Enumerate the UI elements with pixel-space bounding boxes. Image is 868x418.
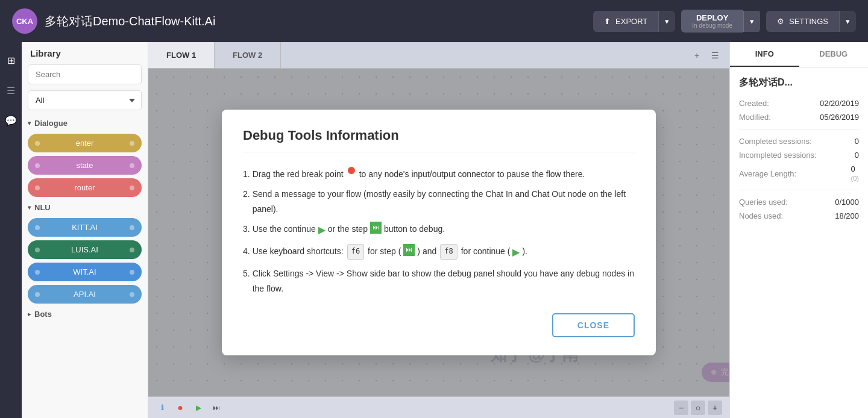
modal-steps-list: Drag the red break point to any node's i… (243, 164, 635, 299)
flow-tab-2[interactable]: FLOW 2 (215, 42, 281, 68)
icon-sidebar: ⊞ ☰ 💬 (0, 42, 22, 418)
node-kitt-dot-left (35, 225, 40, 230)
sidebar-icon-grid[interactable]: ⊞ (2, 51, 20, 69)
step-icon: ⏭ (370, 222, 382, 234)
modal-content: Drag the red break point to any node's i… (243, 164, 635, 299)
info-panel-tabs: INFO DEBUG (730, 42, 868, 67)
kbd-f8: f8 (440, 244, 457, 260)
settings-button[interactable]: ⚙ SETTINGS (766, 11, 839, 32)
node-api-dot-right (130, 292, 134, 297)
bots-chevron-icon: ▸ (28, 311, 31, 317)
nlu-chevron-icon: ▾ (28, 204, 31, 211)
info-queries-value: 0/1000 (835, 198, 859, 207)
deploy-dropdown-button[interactable]: ▾ (743, 11, 760, 32)
bots-section-header[interactable]: ▸ Bots (28, 310, 142, 319)
settings-button-group: ⚙ SETTINGS ▾ (766, 11, 856, 32)
debug-info-modal: Debug Tools Information Drag the red bre… (222, 110, 656, 356)
library-panel: Library All ▾ Dialogue enter state route… (22, 42, 148, 418)
zoom-out-button[interactable]: − (674, 401, 688, 415)
canvas-grid[interactable]: Cha ● connected ? 完成 知乎 @丁南 Debug Tools … (148, 69, 729, 396)
info-created-value: 02/20/2019 (820, 99, 859, 108)
tab-actions: + ☰ (688, 47, 729, 64)
node-kitt-label: KITT.AI (40, 223, 130, 232)
export-button[interactable]: ⬆ EXPORT (593, 11, 658, 32)
logo-area: CKA 多轮对话Demo-ChatFlow-Kitt.Ai (12, 8, 581, 34)
node-wit-dot-right (130, 270, 134, 275)
info-app-name: 多轮对话D... (739, 76, 859, 89)
nlu-section-header[interactable]: ▾ NLU (28, 203, 142, 212)
node-api-label: API.AI (40, 290, 130, 299)
info-incomplete-row: Incompleted sessions: 0 (739, 151, 859, 160)
tab-menu-button[interactable]: ☰ (706, 47, 723, 64)
node-item-state[interactable]: state (28, 156, 142, 175)
info-avglength-value: 0 (0) (851, 164, 859, 182)
export-dropdown-button[interactable]: ▾ (658, 11, 675, 32)
node-item-luis[interactable]: LUIS.AI (28, 240, 142, 259)
flow-tab-1[interactable]: FLOW 1 (148, 42, 215, 68)
filter-dropdown[interactable]: All (28, 90, 142, 110)
dialogue-section-label: Dialogue (34, 119, 68, 128)
zoom-in-button[interactable]: + (708, 401, 722, 415)
settings-dropdown-button[interactable]: ▾ (839, 11, 856, 32)
node-router-label: router (40, 183, 130, 192)
node-item-router[interactable]: router (28, 178, 142, 197)
add-tab-button[interactable]: + (688, 47, 705, 64)
info-avglength-label: Average Length: (739, 169, 796, 178)
modal-step-2: Send a message to your flow (mostly easi… (243, 184, 635, 219)
node-item-enter[interactable]: enter (28, 134, 142, 152)
info-icon[interactable]: ℹ (156, 401, 169, 414)
debug-tab[interactable]: DEBUG (799, 42, 869, 67)
info-created-label: Created: (739, 99, 769, 108)
nlu-section-label: NLU (34, 203, 51, 212)
main-layout: ⊞ ☰ 💬 Library All ▾ Dialogue enter state… (0, 42, 868, 418)
node-router-dot-left (35, 186, 40, 190)
play-icon[interactable]: ▶ (192, 401, 205, 414)
modal-step-4: Use keyboard shortcuts: f6 for step (⏭) … (243, 242, 635, 264)
info-tab[interactable]: INFO (730, 42, 799, 67)
info-incomplete-value: 0 (855, 151, 859, 160)
zoom-reset-button[interactable]: ○ (691, 401, 705, 415)
sidebar-icon-chat[interactable]: 💬 (2, 111, 20, 129)
app-logo: CKA (12, 8, 37, 34)
break-point-icon (348, 167, 355, 174)
close-modal-button[interactable]: CLOSE (552, 313, 635, 337)
bots-section-label: Bots (34, 310, 52, 319)
info-modified-row: Modified: 05/26/2019 (739, 113, 859, 122)
info-nodes-row: Nodes used: 18/200 (739, 211, 859, 220)
dialogue-chevron-icon: ▾ (28, 120, 31, 126)
node-luis-dot-right (130, 248, 134, 252)
debug-red-dot[interactable]: ● (174, 401, 187, 414)
node-luis-label: LUIS.AI (40, 245, 130, 254)
modal-step-5: Click Settings -> View -> Show side bar … (243, 264, 635, 299)
bots-section: ▸ Bots (28, 310, 142, 319)
node-enter-dot-right (130, 141, 134, 146)
modal-overlay: Debug Tools Information Drag the red bre… (148, 69, 729, 396)
step-icon-bottom[interactable]: ⏭ (210, 401, 223, 414)
dialogue-section-header[interactable]: ▾ Dialogue (28, 119, 142, 128)
node-item-api[interactable]: API.AI (28, 285, 142, 304)
node-item-wit[interactable]: WIT.AI (28, 263, 142, 281)
deploy-button[interactable]: DEPLOY In debug mode (681, 10, 743, 33)
step-icon-2: ⏭ (403, 244, 415, 256)
settings-icon: ⚙ (777, 17, 784, 26)
library-title: Library (28, 48, 142, 58)
info-queries-row: Queries used: 0/1000 (739, 198, 859, 207)
modal-step-1: Drag the red break point to any node's i… (243, 164, 635, 184)
node-enter-label: enter (40, 139, 130, 148)
node-item-kitt[interactable]: KITT.AI (28, 218, 142, 237)
info-divider-1 (739, 129, 859, 129)
topbar: CKA 多轮对话Demo-ChatFlow-Kitt.Ai ⬆ EXPORT ▾… (0, 0, 868, 42)
info-avglength-row: Average Length: 0 (0) (739, 164, 859, 182)
info-queries-label: Queries used: (739, 198, 788, 207)
info-nodes-value: 18/200 (835, 211, 859, 220)
search-input[interactable] (28, 64, 142, 84)
export-button-group: ⬆ EXPORT ▾ (593, 11, 675, 32)
node-luis-dot-left (35, 248, 40, 252)
deploy-button-group: DEPLOY In debug mode ▾ (681, 10, 760, 33)
sidebar-icon-list[interactable]: ☰ (2, 81, 20, 99)
info-created-row: Created: 02/20/2019 (739, 99, 859, 108)
info-completed-row: Completed sessions: 0 (739, 137, 859, 146)
continue-icon-2: ▶ (512, 244, 520, 261)
node-state-dot-right (130, 163, 134, 168)
info-divider-2 (739, 190, 859, 190)
